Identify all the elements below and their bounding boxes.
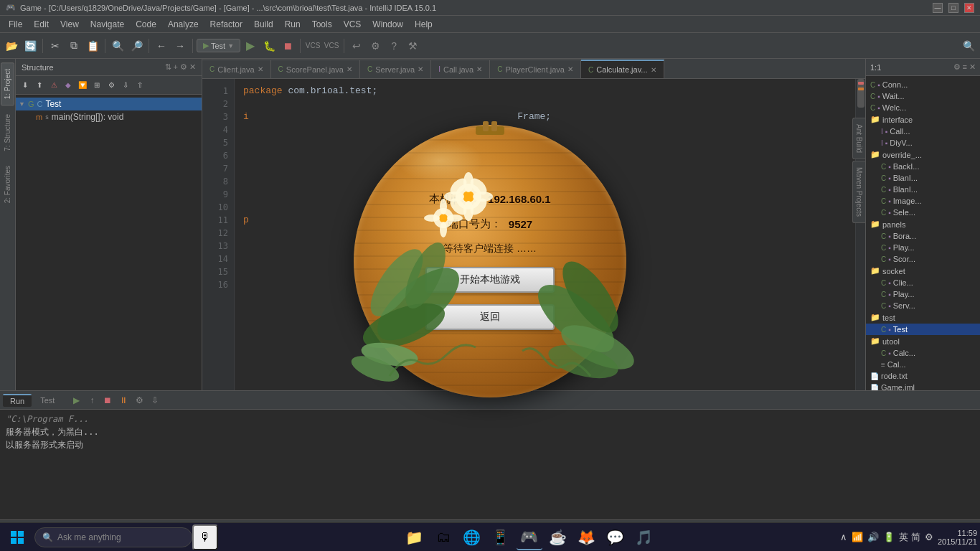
rt-gameiml[interactable]: 📄 Game.iml xyxy=(866,382,980,390)
taskbar-search[interactable]: 🔍 Ask me anything xyxy=(34,527,192,547)
panel-settings-btn[interactable]: ⚙ xyxy=(953,62,961,72)
task-browser[interactable]: 🌐 xyxy=(459,524,485,550)
toolbar-search2-btn[interactable]: 🔎 xyxy=(128,37,145,55)
settings-btn[interactable]: ⚙ xyxy=(367,37,384,55)
minimize-button[interactable]: — xyxy=(933,3,943,13)
start-button[interactable] xyxy=(3,524,32,550)
sys-volume-icon[interactable]: 🔊 xyxy=(867,532,879,542)
menu-tools[interactable]: Tools xyxy=(306,18,338,31)
rt-blanl1[interactable]: C ▪ BlanI... xyxy=(866,172,980,184)
rt-wait[interactable]: C ▪ Wait... xyxy=(866,90,980,102)
task-fox[interactable]: 🦊 xyxy=(574,524,600,550)
structure-sort-btn[interactable]: ⇅ xyxy=(165,62,171,72)
tab-calculate-close[interactable]: ✕ xyxy=(651,66,656,74)
panel-gear-btn[interactable]: ≡ xyxy=(963,62,967,72)
sys-up-icon[interactable]: ∧ xyxy=(840,532,847,542)
toolbar-cut-btn[interactable]: ✂ xyxy=(47,37,64,55)
toolbar-back-btn[interactable]: ← xyxy=(153,37,170,55)
tab-run[interactable]: Run xyxy=(3,394,32,407)
collapse-all-btn[interactable]: ⬆ xyxy=(33,79,46,92)
rt-test-item[interactable]: C ▪ Test xyxy=(866,324,980,335)
menu-window[interactable]: Window xyxy=(367,18,409,31)
bottom-run-btn[interactable]: ▶ xyxy=(69,393,83,408)
rt-conn[interactable]: C ▪ Conn... xyxy=(866,79,980,90)
toolbar-forward-btn[interactable]: → xyxy=(171,37,189,55)
project-tab[interactable]: 1: Project xyxy=(1,62,14,105)
clock[interactable]: 11:59 2015/11/21 xyxy=(938,529,977,546)
rt-backl[interactable]: C ▪ BackI... xyxy=(866,161,980,172)
task-music[interactable]: 🎵 xyxy=(631,524,657,550)
task-explorer[interactable]: 📁 xyxy=(402,524,428,550)
bottom-settings-btn[interactable]: ⚙ xyxy=(132,393,146,408)
rt-diyv[interactable]: I ▪ DiyV... xyxy=(866,137,980,149)
maximize-button[interactable]: □ xyxy=(948,3,958,13)
menu-edit[interactable]: Edit xyxy=(28,18,55,31)
structure-close-btn[interactable]: ✕ xyxy=(189,62,196,72)
run-btn[interactable]: ▶ xyxy=(242,37,259,55)
back-button[interactable]: 返回 xyxy=(425,304,555,330)
stop-btn[interactable]: ⏹ xyxy=(279,37,296,55)
ant-build-tab[interactable]: Ant Build xyxy=(852,118,865,159)
menu-run[interactable]: Run xyxy=(279,18,306,31)
structure-add-btn[interactable]: + xyxy=(174,62,178,72)
run-config-selector[interactable]: ▶ Test ▼ xyxy=(197,39,240,52)
rt-override-folder[interactable]: 📁 override_... xyxy=(866,149,980,161)
rt-clie[interactable]: C ▪ Clie... xyxy=(866,277,980,288)
tab-scorepanel[interactable]: C ScorePanel.java ✕ xyxy=(271,60,360,78)
rt-image[interactable]: C ▪ Image... xyxy=(866,195,980,207)
import-btn[interactable]: ⇧ xyxy=(133,79,146,92)
rt-welc[interactable]: C ▪ Welc... xyxy=(866,102,980,113)
undo-btn[interactable]: ↩ xyxy=(348,37,365,55)
rt-bora[interactable]: C ▪ Bora... xyxy=(866,230,980,242)
filter-btn[interactable]: 🔽 xyxy=(76,79,89,92)
task-files[interactable]: 🗂 xyxy=(430,524,456,550)
bottom-pause-btn[interactable]: ⏸ xyxy=(116,393,131,408)
tab-client[interactable]: C Client.java ✕ xyxy=(202,60,271,78)
vcs-btn[interactable]: VCS xyxy=(304,37,321,55)
close-button[interactable]: ✕ xyxy=(964,3,974,13)
rt-blanl2[interactable]: C ▪ BlanI... xyxy=(866,184,980,195)
extra-btn[interactable]: ⚒ xyxy=(404,37,421,55)
export-btn[interactable]: ⇩ xyxy=(119,79,132,92)
tab-test[interactable]: Test xyxy=(33,395,62,406)
tab-call-close[interactable]: ✕ xyxy=(476,65,482,73)
menu-vcs[interactable]: VCS xyxy=(338,18,367,31)
rt-interface-folder[interactable]: 📁 interface xyxy=(866,113,980,126)
bottom-export-btn[interactable]: ⇩ xyxy=(148,393,162,408)
bottom-up-btn[interactable]: ↑ xyxy=(85,393,99,408)
tab-call[interactable]: I Call.java ✕ xyxy=(431,60,490,78)
start-game-button[interactable]: 开始本地游戏 xyxy=(425,267,555,293)
rt-play2[interactable]: C ▪ Play... xyxy=(866,288,980,300)
tab-playerclient-close[interactable]: ✕ xyxy=(567,65,573,73)
menu-help[interactable]: Help xyxy=(409,18,438,31)
task-phone[interactable]: 📱 xyxy=(488,524,514,550)
toolbar-search-btn[interactable]: 🔍 xyxy=(109,37,126,55)
panel-close-btn[interactable]: ✕ xyxy=(969,62,976,72)
tab-client-close[interactable]: ✕ xyxy=(258,65,263,73)
menu-file[interactable]: File xyxy=(3,18,28,31)
maven-projects-tab[interactable]: Maven Projects xyxy=(852,161,865,223)
task-java[interactable]: ☕ xyxy=(545,524,571,550)
rt-cal-file[interactable]: ≡ Cal... xyxy=(866,359,980,370)
rt-utool-folder[interactable]: 📁 utool xyxy=(866,335,980,347)
expand-btn[interactable]: ⊞ xyxy=(90,79,103,92)
rt-serv[interactable]: C ▪ Serv... xyxy=(866,300,980,311)
rt-test-folder[interactable]: 📁 test xyxy=(866,311,980,324)
toolbar-paste-btn[interactable]: 📋 xyxy=(84,37,101,55)
toolbar-sync-btn[interactable]: 🔄 xyxy=(22,37,39,55)
tab-playerclient[interactable]: C PlayerClient.java ✕ xyxy=(490,60,581,78)
search-everywhere-btn[interactable]: 🔍 xyxy=(960,37,977,55)
mic-button[interactable]: 🎙 xyxy=(192,524,218,550)
purple-btn[interactable]: ◆ xyxy=(62,79,75,92)
rt-socket-folder[interactable]: 📁 socket xyxy=(866,265,980,277)
vcs2-btn[interactable]: VCS xyxy=(323,37,340,55)
menu-view[interactable]: View xyxy=(55,18,85,31)
rt-scor[interactable]: C ▪ Scor... xyxy=(866,253,980,265)
menu-navigate[interactable]: Navigate xyxy=(85,18,130,31)
tree-item-test[interactable]: ▼ G C Test xyxy=(16,98,202,110)
config-btn[interactable]: ⚙ xyxy=(105,79,118,92)
menu-analyze[interactable]: Analyze xyxy=(162,18,204,31)
structure-settings-btn[interactable]: ⚙ xyxy=(180,62,187,72)
bottom-stop-btn[interactable]: ⏹ xyxy=(100,393,115,408)
favorites-tab[interactable]: 2: Favorites xyxy=(1,160,14,209)
